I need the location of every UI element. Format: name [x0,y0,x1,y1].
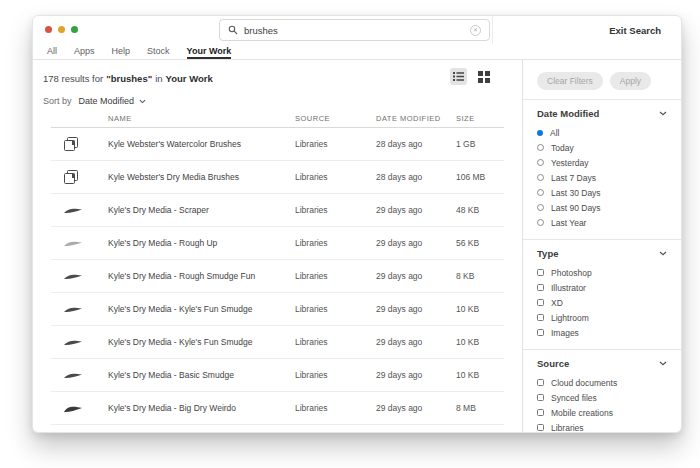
chevron-down-icon [659,361,667,366]
brush-stroke-icon [63,336,83,348]
file-modified: 29 days ago [376,370,422,380]
tab-help[interactable]: Help [112,44,131,59]
file-source: Libraries [295,271,328,281]
file-source: Libraries [295,238,328,248]
list-view-button[interactable] [450,68,467,85]
file-size: 8 MB [456,403,476,413]
checkbox-icon [537,269,544,276]
file-size: 10 KB [456,337,479,347]
file-name: Kyle's Dry Media - Big Dry Weirdo [108,403,236,413]
filter-option-yesterday[interactable]: Yesterday [537,155,667,170]
brush-stroke-icon [63,402,83,414]
tab-your-work[interactable]: Your Work [187,44,232,59]
filter-option-today[interactable]: Today [537,140,667,155]
checkbox-icon [537,329,544,336]
checkbox-icon [537,299,544,306]
filter-option-all[interactable]: All [537,125,667,140]
file-name: Kyle's Dry Media - Kyle's Fun Smudge [108,337,253,347]
file-modified: 29 days ago [376,205,422,215]
results-panel: 178 results for "brushes" in Your Work [33,60,522,432]
filter-option-libraries[interactable]: Libraries [537,420,667,433]
brush-stroke-icon [63,237,83,249]
checkbox-icon [537,379,544,386]
file-modified: 29 days ago [376,403,422,413]
file-name: Kyle's Dry Media - Basic Smudge [108,370,234,380]
checkbox-icon [537,284,544,291]
chevron-down-icon [659,111,667,116]
filter-option-photoshop[interactable]: Photoshop [537,265,667,280]
filter-option-lightroom[interactable]: Lightroom [537,310,667,325]
filter-section-type[interactable]: Type [537,248,667,259]
table-row[interactable]: Kyle's Dry Media - Kyle's Fun Smudge Lib… [51,326,504,359]
filter-option-synced-files[interactable]: Synced files [537,390,667,405]
filter-option-last-90-days[interactable]: Last 90 Days [537,200,667,215]
file-name: Kyle's Dry Media - Kyle's Fun Smudge [108,304,253,314]
radio-icon [537,204,544,211]
file-source: Libraries [295,205,328,215]
libraries-icon [63,136,79,152]
file-name: Kyle's Dry Media - Rough Smudge Fun [108,271,255,281]
filter-option-cloud-documents[interactable]: Cloud documents [537,375,667,390]
search-query-text: "brushes" [106,73,152,84]
tab-apps[interactable]: Apps [74,44,95,59]
checkbox-icon [537,314,544,321]
filter-option-last-30-days[interactable]: Last 30 Days [537,185,667,200]
sort-by-label: Sort by [43,96,72,106]
file-size: 8 KB [456,271,474,281]
tab-stock[interactable]: Stock [147,44,170,59]
filter-option-xd[interactable]: XD [537,295,667,310]
table-row[interactable]: Kyle's Dry Media - Basic Smudge Librarie… [51,359,504,392]
file-size: 1 GB [456,139,475,149]
file-modified: 29 days ago [376,238,422,248]
filter-section-source[interactable]: Source [537,358,667,369]
file-modified: 28 days ago [376,139,422,149]
file-modified: 29 days ago [376,337,422,347]
file-modified: 28 days ago [376,172,422,182]
sort-row: Sort by Date Modified [43,94,512,108]
table-row[interactable]: Kyle Webster's Watercolor Brushes Librar… [51,128,504,161]
zoom-window-button[interactable] [71,26,78,33]
chevron-down-icon [659,251,667,256]
filter-section-date-modified[interactable]: Date Modified [537,108,667,119]
file-modified: 29 days ago [376,271,422,281]
file-name: Kyle's Dry Media - Rough Up [108,238,217,248]
clear-filters-button[interactable]: Clear Filters [537,72,603,90]
view-toggles [450,68,492,85]
clear-search-icon[interactable]: ✕ [470,25,481,36]
filter-option-images[interactable]: Images [537,325,667,340]
topbar-divider [492,16,493,44]
radio-icon [537,144,544,151]
list-view-icon [453,71,464,82]
table-row[interactable]: Kyle's Dry Media - Rough Smudge Fun Libr… [51,260,504,293]
exit-search-button[interactable]: Exit Search [609,16,661,44]
filter-option-mobile-creations[interactable]: Mobile creations [537,405,667,420]
file-size: 48 KB [456,205,479,215]
filter-option-last-year[interactable]: Last Year [537,215,667,230]
file-source: Libraries [295,370,328,380]
libraries-icon [63,169,79,185]
apply-filters-button[interactable]: Apply [610,72,651,90]
search-field[interactable]: ✕ [219,19,490,41]
grid-view-button[interactable] [475,68,492,85]
filter-option-last-7-days[interactable]: Last 7 Days [537,170,667,185]
file-source: Libraries [295,403,328,413]
filter-option-illustrator[interactable]: Illustrator [537,280,667,295]
radio-icon [537,174,544,181]
close-window-button[interactable] [45,26,52,33]
table-row[interactable]: Kyle's Dry Media - Big Dry Weirdo Librar… [51,392,504,425]
file-name: Kyle's Dry Media - Scraper [108,205,209,215]
filters-sidebar: Clear Filters Apply Date Modified All To… [522,60,681,432]
checkbox-icon [537,424,544,431]
file-source: Libraries [295,172,328,182]
table-row[interactable]: Kyle's Dry Media - Scraper Libraries 29 … [51,194,504,227]
brush-stroke-icon [63,270,83,282]
tab-all[interactable]: All [47,44,57,59]
minimize-window-button[interactable] [58,26,65,33]
table-row[interactable]: Kyle's Dry Media - Rough Up Libraries 29… [51,227,504,260]
sort-dropdown[interactable]: Date Modified [79,96,147,106]
table-row[interactable]: Kyle Webster's Dry Media Brushes Librari… [51,161,504,194]
search-input[interactable] [244,25,470,36]
file-size: 106 MB [456,172,485,182]
file-source: Libraries [295,304,328,314]
table-row[interactable]: Kyle's Dry Media - Kyle's Fun Smudge Lib… [51,293,504,326]
